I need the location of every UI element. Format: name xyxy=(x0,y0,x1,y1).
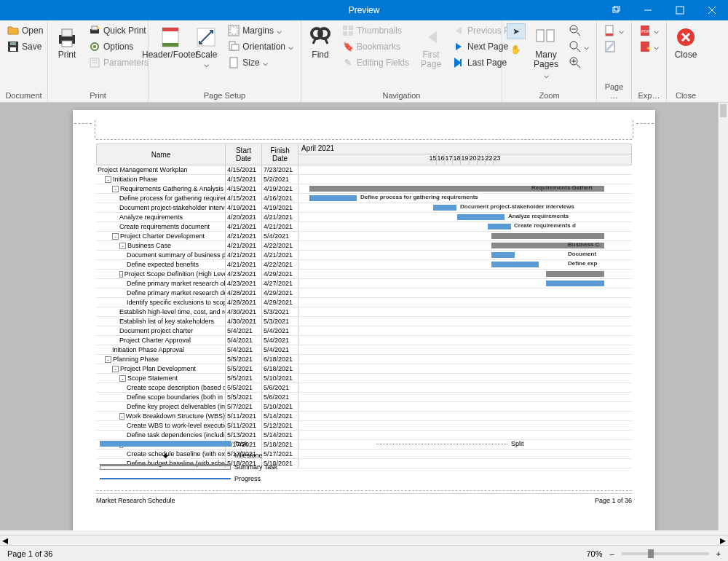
table-row: Analyze requirements4/20/20214/21/2021An… xyxy=(96,213,632,222)
svg-rect-27 xyxy=(230,58,237,68)
first-page-button: First Page xyxy=(416,23,446,71)
minimize-icon[interactable] xyxy=(632,0,664,20)
group-document-label: Document xyxy=(4,90,43,102)
open-button[interactable]: Open xyxy=(4,23,46,38)
page-color-button[interactable]: ⌵ xyxy=(601,23,627,38)
svg-rect-30 xyxy=(343,26,347,30)
doc-title: Market Research Schedule xyxy=(96,497,175,504)
svg-rect-31 xyxy=(349,26,353,30)
zoom-plus-button[interactable]: + xyxy=(716,549,721,558)
svg-rect-3 xyxy=(676,7,684,14)
group-export-label: Exp… xyxy=(636,90,662,102)
table-row: -Requirements Gathering & Analysis4/15/2… xyxy=(96,184,632,194)
table-row: Define expected benefits4/21/20214/22/20… xyxy=(96,260,632,270)
table-row: Initiation Phase Approval5/4/20215/4/202… xyxy=(96,345,632,355)
margins-button[interactable]: Margins ⌵ xyxy=(225,23,296,38)
svg-rect-26 xyxy=(232,44,239,50)
table-row: Establish high-level time, cost, and res… xyxy=(96,307,632,317)
svg-rect-50 xyxy=(641,42,649,52)
title-bar: Preview xyxy=(0,0,728,20)
vertical-scrollbar[interactable] xyxy=(718,103,728,530)
group-close-label: Close xyxy=(671,90,700,102)
group-print-label: Print xyxy=(52,90,143,102)
window-title: Preview xyxy=(349,5,380,15)
group-zoom-label: Zoom xyxy=(507,90,592,102)
scale-button[interactable]: Scale⌵ xyxy=(191,23,221,71)
table-row: Project Charter Approval5/4/20215/4/2021 xyxy=(96,336,632,345)
group-pagesetup-label: Page Setup xyxy=(153,90,296,102)
size-button[interactable]: Size ⌵ xyxy=(225,55,296,70)
table-row: Create scope description (based on busi5… xyxy=(96,383,632,393)
quick-print-button[interactable]: Quick Print xyxy=(86,23,151,38)
table-row: -Business Case4/21/20214/22/2021Business… xyxy=(96,241,632,251)
col-name: Name xyxy=(96,144,226,165)
status-page: Page 1 of 36 xyxy=(7,549,52,558)
zoom-button[interactable]: ⌵ xyxy=(566,39,592,54)
doc-page: Page 1 of 36 xyxy=(595,497,632,504)
svg-rect-34 xyxy=(537,30,544,42)
table-row: Document project charter5/4/20215/4/2021 xyxy=(96,326,632,336)
table-row: -Scope Statement5/5/20215/10/2021 xyxy=(96,374,632,383)
horizontal-scrollbar[interactable]: ◂▸ xyxy=(0,535,728,545)
table-row: Define primary market research delivera4… xyxy=(96,289,632,298)
find-button[interactable]: Find xyxy=(306,23,335,62)
maximize-icon[interactable] xyxy=(664,0,696,20)
timeline-month: April 2021 xyxy=(298,144,631,154)
svg-line-42 xyxy=(577,64,580,68)
page-preview: Name Start Date Finish Date April 2021 1… xyxy=(73,110,655,530)
zoom-out-button[interactable] xyxy=(566,23,592,38)
header-footer-button[interactable]: Header/Footer xyxy=(153,23,187,62)
restore-down-icon[interactable] xyxy=(600,0,632,20)
export-pdf-button[interactable]: PDF⌵ xyxy=(636,23,662,38)
table-row: Identify specific exclusions to scope4/2… xyxy=(96,298,632,307)
table-row: Create WBS to work-level execution5/11/2… xyxy=(96,421,632,431)
group-pagebg-label: Page … xyxy=(601,81,627,102)
svg-rect-7 xyxy=(10,47,16,51)
close-button[interactable]: Close xyxy=(671,23,700,62)
table-row: Define primary market research objectiv4… xyxy=(96,279,632,289)
send-pdf-button[interactable]: ⌵ xyxy=(636,39,662,54)
svg-rect-1 xyxy=(614,6,620,11)
table-row: -Project Charter Development4/21/20215/4… xyxy=(96,232,632,241)
table-row: -Initiation Phase4/15/20215/2/2021 xyxy=(96,175,632,184)
svg-point-39 xyxy=(570,42,577,49)
col-start: Start Date xyxy=(226,144,262,165)
orientation-button[interactable]: Orientation ⌵ xyxy=(225,39,296,54)
table-row: -Project Plan Development5/5/20216/18/20… xyxy=(96,364,632,374)
pointer-button[interactable]: ➤ xyxy=(507,23,526,39)
table-row: Document project-stakeholder interviews4… xyxy=(96,203,632,213)
many-pages-button[interactable]: Many Pages⌵ xyxy=(530,23,562,83)
svg-rect-46 xyxy=(606,34,613,36)
close-icon[interactable] xyxy=(696,0,728,20)
col-finish: Finish Date xyxy=(262,144,298,165)
svg-point-15 xyxy=(93,45,96,48)
svg-line-40 xyxy=(577,48,580,52)
hand-button[interactable]: ✋ xyxy=(507,42,526,57)
zoom-slider[interactable] xyxy=(622,552,709,555)
svg-rect-32 xyxy=(343,31,347,36)
svg-rect-10 xyxy=(62,29,72,36)
svg-rect-20 xyxy=(162,28,178,31)
svg-rect-33 xyxy=(349,31,353,36)
status-bar: Page 1 of 36 70% – + xyxy=(0,545,728,561)
svg-text:PDF: PDF xyxy=(641,29,650,34)
table-row: -Planning Phase5/5/20216/18/2021 xyxy=(96,355,632,364)
svg-rect-0 xyxy=(613,7,618,12)
table-row: -Project Scope Definition (High Level)4/… xyxy=(96,270,632,279)
table-row: Define process for gathering requirement… xyxy=(96,194,632,203)
thumbnails-button[interactable]: Thumbnails xyxy=(339,23,412,38)
svg-line-37 xyxy=(577,32,580,36)
print-button[interactable]: Print xyxy=(52,23,82,62)
svg-rect-21 xyxy=(162,43,178,47)
preview-workspace[interactable]: Name Start Date Finish Date April 2021 1… xyxy=(0,103,718,530)
svg-rect-35 xyxy=(547,30,554,42)
table-row: Project Management Workplan4/15/20217/23… xyxy=(96,165,632,175)
save-button[interactable]: Save xyxy=(4,39,46,54)
watermark-button[interactable] xyxy=(601,39,627,54)
ribbon: Open Save Document Print Quick Print Opt… xyxy=(0,20,728,103)
group-nav-label: Navigation xyxy=(306,90,497,102)
zoom-in-button[interactable] xyxy=(566,55,592,70)
table-row: -Work Breakdown Structure (WBS)5/11/2021… xyxy=(96,412,632,421)
zoom-minus-button[interactable]: – xyxy=(609,549,614,558)
table-row: Define scope boundaries (both in and o5/… xyxy=(96,393,632,402)
